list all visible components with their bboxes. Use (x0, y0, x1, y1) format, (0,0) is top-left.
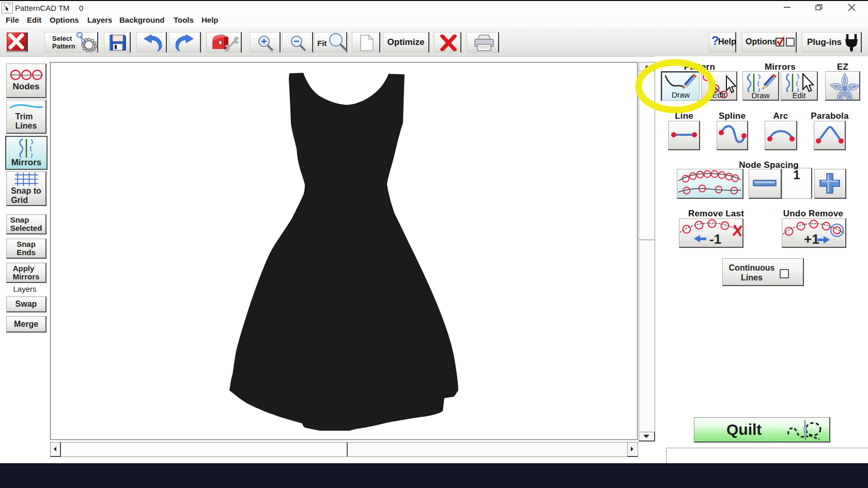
svg-text:-1: -1 (709, 231, 721, 246)
svg-text:+1: +1 (804, 231, 819, 246)
